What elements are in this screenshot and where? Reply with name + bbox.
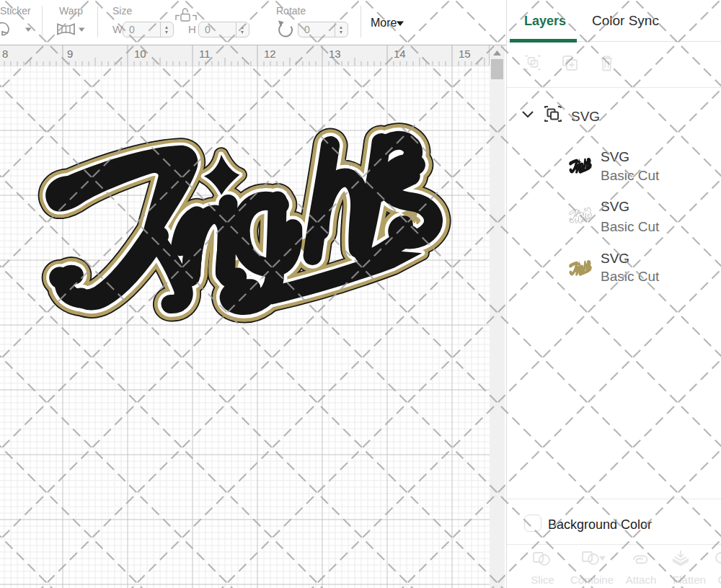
svg-text:H: H bbox=[188, 23, 196, 35]
svg-text:More: More bbox=[371, 17, 397, 29]
svg-text:W: W bbox=[112, 23, 123, 35]
